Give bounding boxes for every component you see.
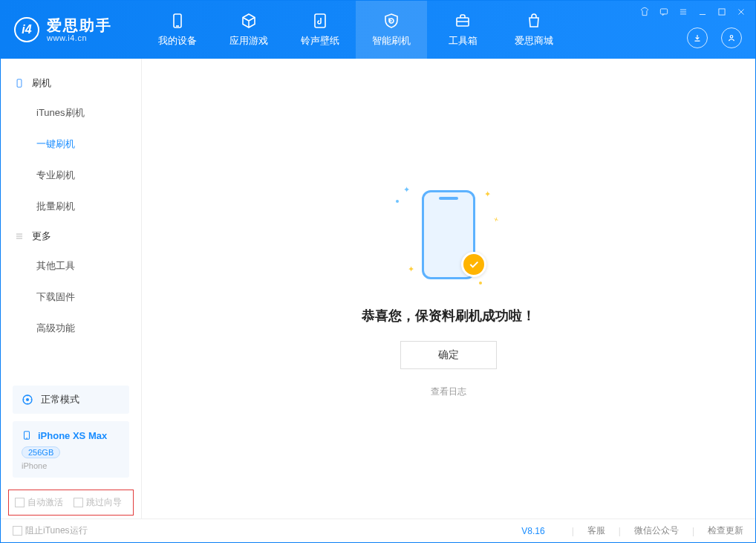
main-content: ✦ ✦ ✦ + 恭喜您，保资料刷机成功啦！ 确定 查看日志 [142,59,755,518]
cube-icon [240,12,258,30]
nav-label: 我的设备 [158,34,197,48]
mode-card[interactable]: 正常模式 [13,386,129,414]
sidebar-item-batch[interactable]: 批量刷机 [1,191,141,222]
window-controls [639,7,746,17]
close-icon[interactable] [736,7,746,17]
nav-tab-flash[interactable]: 智能刷机 [356,1,427,59]
device-capacity: 256GB [22,446,60,458]
checkbox-block-itunes[interactable]: 阻止iTunes运行 [13,524,88,537]
sidebar-item-advanced[interactable]: 高级功能 [1,313,141,344]
flash-options-row: 自动激活 跳过向导 [8,490,134,516]
nav-label: 智能刷机 [372,34,411,48]
svg-point-12 [730,36,733,39]
success-illustration: ✦ ✦ ✦ + [393,179,504,290]
device-phone-icon [22,429,32,442]
sidebar-item-pro[interactable]: 专业刷机 [1,160,141,191]
footer-link-support[interactable]: 客服 [587,524,605,537]
sidebar-item-other[interactable]: 其他工具 [1,250,141,282]
nav-label: 工具箱 [449,34,478,48]
nav-tab-apps[interactable]: 应用游戏 [213,1,284,59]
logo-icon: i4 [14,17,39,42]
svg-rect-9 [719,9,725,15]
shield-refresh-icon [382,12,400,30]
sparkle-icon: ✦ [484,189,491,199]
sidebar-header-more[interactable]: 更多 [1,222,141,250]
briefcase-icon [454,12,472,30]
maximize-icon[interactable] [717,7,727,17]
sidebar-item-onekey[interactable]: 一键刷机 [1,129,141,160]
bag-icon [525,12,543,30]
list-icon [14,231,25,241]
svg-rect-4 [660,9,667,14]
footer-link-wechat[interactable]: 微信公众号 [634,524,679,537]
svg-rect-13 [17,79,22,88]
sidebar-item-itunes[interactable]: iTunes刷机 [1,97,141,129]
sidebar: 刷机 iTunes刷机 一键刷机 专业刷机 批量刷机 更多 其他工具 下载固件 … [1,59,142,518]
top-actions [687,27,742,48]
svg-rect-2 [315,14,325,27]
dot-icon [479,282,482,284]
checkbox-auto-activate[interactable]: 自动激活 [15,496,63,509]
user-button[interactable] [721,27,742,48]
nav-tabs: 我的设备 应用游戏 铃声壁纸 智能刷机 工具箱 爱思商城 [142,1,570,59]
view-log-link[interactable]: 查看日志 [431,386,466,398]
menu-icon[interactable] [678,7,688,17]
success-check-icon [461,252,486,277]
app-name-en: www.i4.cn [47,33,112,42]
mode-icon [22,394,33,406]
footer-link-update[interactable]: 检查更新 [708,524,743,537]
phone-outline-icon [14,78,25,88]
nav-tab-ring[interactable]: 铃声壁纸 [284,1,356,59]
sidebar-item-firmware[interactable]: 下载固件 [1,282,141,313]
device-name: iPhone XS Max [38,430,107,441]
sparkle-icon: ✦ [408,264,414,274]
phone-icon [169,12,186,30]
nav-tab-device[interactable]: 我的设备 [142,1,213,59]
sidebar-header-flash[interactable]: 刷机 [1,69,141,97]
checkbox-skip-guide[interactable]: 跳过向导 [74,496,122,509]
app-name-cn: 爱思助手 [47,17,112,33]
mode-label: 正常模式 [41,393,79,406]
download-button[interactable] [687,27,708,48]
nav-label: 铃声壁纸 [301,34,339,48]
status-bar: 阻止iTunes运行 V8.16 | 客服 | 微信公众号 | 检查更新 [1,518,755,542]
sparkle-icon: ✦ [403,185,410,195]
device-card[interactable]: iPhone XS Max 256GB iPhone [13,421,129,478]
nav-tab-store[interactable]: 爱思商城 [498,1,570,59]
version-label: V8.16 [521,526,544,536]
minimize-icon[interactable] [697,7,708,17]
title-bar: i4 爱思助手 www.i4.cn 我的设备 应用游戏 铃声壁纸 智能刷机 工具… [1,1,755,59]
success-message: 恭喜您，保资料刷机成功啦！ [362,307,535,325]
music-file-icon [311,12,329,30]
sparkle-icon: + [492,214,500,224]
device-type: iPhone [22,461,120,470]
app-logo: i4 爱思助手 www.i4.cn [1,1,142,59]
nav-label: 应用游戏 [229,34,268,48]
skin-icon[interactable] [639,7,650,17]
ok-button[interactable]: 确定 [400,341,497,369]
nav-tab-toolbox[interactable]: 工具箱 [427,1,498,59]
nav-label: 爱思商城 [515,34,553,48]
feedback-icon[interactable] [659,7,669,17]
dot-icon [396,200,399,203]
svg-point-18 [26,398,29,401]
